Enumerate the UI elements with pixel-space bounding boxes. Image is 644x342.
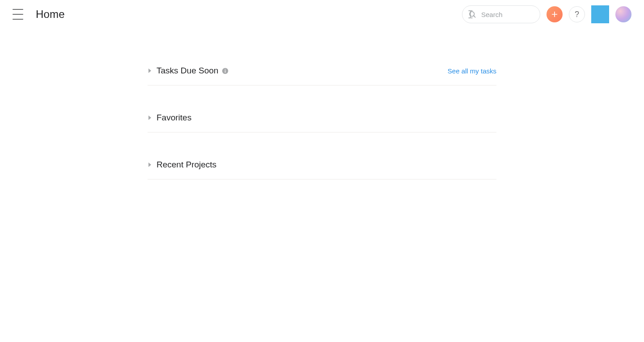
svg-line-1 bbox=[474, 16, 475, 17]
section-title: Tasks Due Soon bbox=[157, 66, 218, 76]
section-favorites: Favorites bbox=[148, 111, 496, 133]
caret-right-icon[interactable] bbox=[148, 68, 152, 73]
see-all-tasks-link[interactable]: See all my tasks bbox=[448, 67, 496, 75]
info-icon[interactable] bbox=[222, 68, 229, 74]
section-tasks-due-soon: Tasks Due Soon See all my tasks bbox=[148, 64, 496, 86]
caret-right-icon[interactable] bbox=[148, 115, 152, 120]
upgrade-square[interactable] bbox=[591, 5, 609, 23]
menu-toggle-button[interactable] bbox=[13, 9, 23, 20]
section-title: Recent Projects bbox=[157, 160, 216, 170]
section-header: Favorites bbox=[148, 111, 496, 124]
top-bar: Home ? bbox=[0, 0, 644, 29]
caret-right-icon[interactable] bbox=[148, 162, 152, 167]
svg-rect-5 bbox=[225, 70, 226, 73]
question-mark-icon: ? bbox=[575, 10, 579, 19]
help-button[interactable]: ? bbox=[569, 6, 585, 22]
page-title: Home bbox=[36, 8, 65, 21]
add-button[interactable] bbox=[547, 6, 563, 22]
search-icon bbox=[468, 10, 476, 18]
section-header: Tasks Due Soon See all my tasks bbox=[148, 64, 496, 77]
section-title: Favorites bbox=[157, 113, 191, 123]
hamburger-icon bbox=[13, 19, 23, 20]
hamburger-icon bbox=[13, 9, 23, 10]
section-recent-projects: Recent Projects bbox=[148, 158, 496, 180]
profile-avatar[interactable] bbox=[615, 6, 631, 22]
svg-rect-6 bbox=[225, 69, 226, 70]
home-content: Tasks Due Soon See all my tasks Favorite… bbox=[148, 64, 496, 180]
search-container bbox=[462, 5, 540, 23]
plus-icon bbox=[551, 11, 558, 18]
section-header: Recent Projects bbox=[148, 158, 496, 171]
hamburger-icon bbox=[13, 14, 23, 15]
